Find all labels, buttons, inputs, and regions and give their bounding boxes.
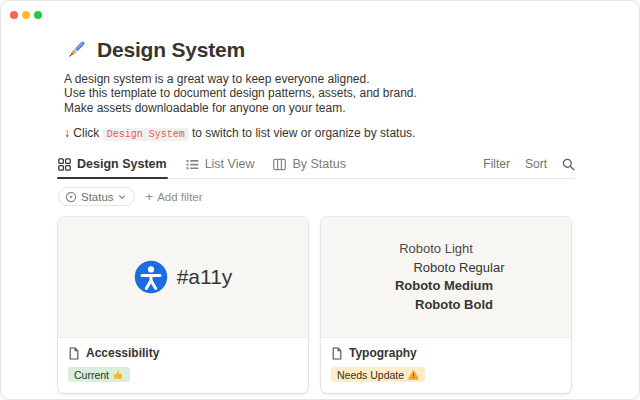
description-line: Make assets downloadable for anyone on y… xyxy=(64,101,575,115)
tab-label: By Status xyxy=(292,157,346,171)
gallery-view-icon xyxy=(58,158,71,171)
font-sample-medium: Roboto Medium xyxy=(395,277,493,296)
page-icon xyxy=(331,347,343,360)
plus-icon: + xyxy=(146,191,154,202)
page-description: A design system is a great way to keep e… xyxy=(64,72,575,115)
thumbs-up-icon xyxy=(113,369,124,380)
notion-window: Design System A design system is a great… xyxy=(0,0,640,400)
instruction-line: ↓ Click Design System to switch to list … xyxy=(64,126,575,140)
add-filter-button[interactable]: + Add filter xyxy=(146,191,203,203)
warning-icon xyxy=(408,370,419,380)
instruction-prefix: ↓ Click xyxy=(64,126,103,140)
paintbrush-icon xyxy=(63,37,88,62)
page-icon xyxy=(68,347,80,360)
chevron-down-icon xyxy=(118,193,126,201)
card-title-row: Accessibility xyxy=(68,346,298,360)
description-line: Use this template to document design pat… xyxy=(64,86,575,100)
description-line: A design system is a great way to keep e… xyxy=(64,72,575,86)
card-title: Typography xyxy=(349,346,417,360)
accessibility-icon xyxy=(134,260,168,294)
status-badge-current: Current xyxy=(68,367,130,382)
gallery-cards: #a11y Accessibility Current xyxy=(58,217,575,393)
page-content: Design System A design system is a great… xyxy=(1,1,639,393)
card-cover-typography: Roboto Light Roboto Regular Roboto Mediu… xyxy=(321,217,571,338)
tab-list-view[interactable]: List View xyxy=(186,157,255,178)
card-title: Accessibility xyxy=(86,346,159,360)
font-sample-bold: Roboto Bold xyxy=(415,296,493,315)
search-icon[interactable] xyxy=(562,158,575,171)
instruction-suffix: to switch to list view or organize by st… xyxy=(189,126,416,140)
zoom-window-button[interactable] xyxy=(34,11,42,19)
card-typography[interactable]: Roboto Light Roboto Regular Roboto Mediu… xyxy=(321,217,571,393)
status-badge-needs-update: Needs Update xyxy=(331,367,425,382)
card-cover-accessibility: #a11y xyxy=(58,217,308,338)
filter-row: Status + Add filter xyxy=(58,187,575,206)
minimize-window-button[interactable] xyxy=(22,11,30,19)
view-tabs: Design System List View xyxy=(58,157,346,178)
card-info: Typography Needs Update xyxy=(321,338,571,393)
close-window-button[interactable] xyxy=(10,11,18,19)
tab-by-status[interactable]: By Status xyxy=(273,157,346,178)
sort-button[interactable]: Sort xyxy=(525,157,547,171)
page-title: Design System xyxy=(97,38,245,62)
add-filter-label: Add filter xyxy=(157,191,202,203)
status-chip-label: Status xyxy=(81,191,114,203)
card-info: Accessibility Current xyxy=(58,338,308,393)
status-property-icon xyxy=(65,191,77,203)
font-sample-regular: Roboto Regular xyxy=(413,259,504,278)
badge-label: Needs Update xyxy=(337,369,404,381)
tab-label: List View xyxy=(205,157,255,171)
tab-label: Design System xyxy=(77,157,167,171)
font-sample-light: Roboto Light xyxy=(399,240,473,259)
cover-hashtag-text: #a11y xyxy=(177,265,233,289)
window-controls xyxy=(10,11,42,19)
inline-code-design-system: Design System xyxy=(103,128,189,141)
card-title-row: Typography xyxy=(331,346,561,360)
status-filter-chip[interactable]: Status xyxy=(58,187,135,206)
list-view-icon xyxy=(186,158,199,171)
tab-design-system[interactable]: Design System xyxy=(58,157,167,178)
view-tab-bar: Design System List View xyxy=(58,157,575,179)
badge-label: Current xyxy=(74,369,109,381)
card-accessibility[interactable]: #a11y Accessibility Current xyxy=(58,217,308,393)
filter-button[interactable]: Filter xyxy=(483,157,510,171)
page-header: Design System xyxy=(63,37,575,62)
board-view-icon xyxy=(273,158,286,171)
view-actions: Filter Sort xyxy=(483,157,575,178)
